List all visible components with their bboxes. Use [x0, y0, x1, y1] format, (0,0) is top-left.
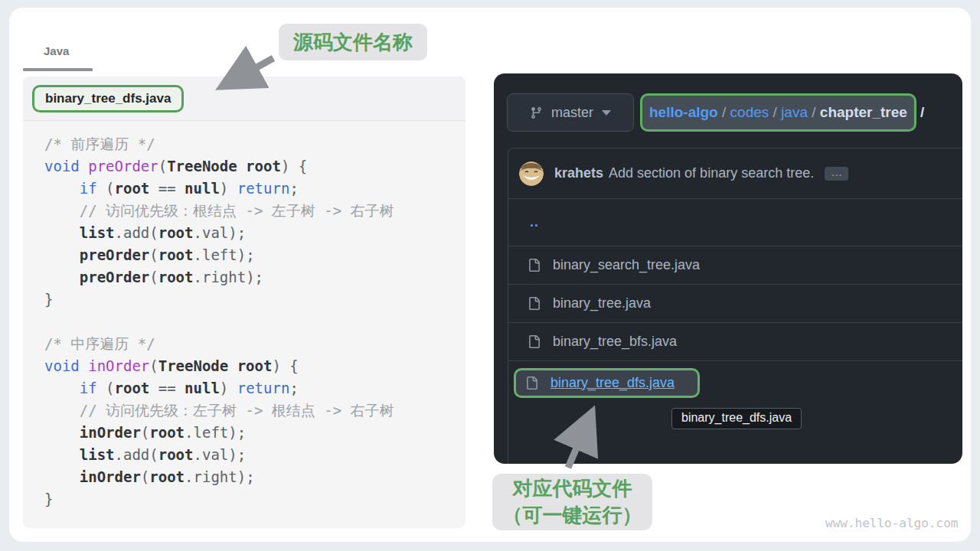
breadcrumb-link[interactable]: codes — [730, 104, 769, 120]
code-token: .left); — [185, 424, 246, 441]
breadcrumb-segment: / — [718, 104, 730, 120]
code-token: return — [237, 180, 290, 197]
code-line: list.add(root.val); — [44, 444, 466, 466]
annotation-line1: 对应代码文件 — [513, 475, 632, 502]
code-line: if (root == null) return; — [44, 178, 466, 200]
file-row[interactable]: binary_tree_dfs.java — [508, 361, 962, 404]
code-token: ) { — [272, 357, 298, 374]
file-icon — [528, 297, 541, 310]
code-token: root — [158, 269, 194, 285]
watermark: www.hello-algo.com — [825, 516, 958, 530]
code-token: /* 中序遍历 */ — [44, 335, 155, 352]
branch-name: master — [551, 105, 593, 121]
commit-message: Add section of binary search tree. — [609, 165, 814, 181]
code-token — [44, 380, 80, 396]
code-token: ) — [220, 380, 237, 396]
file-name[interactable]: binary_tree.java — [553, 295, 651, 311]
highlighted-file-pill[interactable]: binary_tree_dfs.java — [514, 368, 700, 398]
breadcrumb: hello-algo / codes / java / chapter_tree — [649, 104, 907, 121]
tab-underline — [23, 68, 93, 71]
code-line: if (root == null) return; — [44, 377, 466, 399]
file-list: ..binary_search_tree.javabinary_tree.jav… — [508, 199, 962, 404]
code-token: void — [44, 158, 88, 174]
code-token: root — [115, 380, 150, 396]
code-token: preOrder — [88, 158, 158, 174]
code-token: list — [80, 446, 115, 463]
code-token — [44, 424, 80, 441]
git-branch-icon — [530, 106, 543, 119]
code-token: root — [158, 246, 194, 263]
breadcrumb-link[interactable]: hello-algo — [649, 104, 718, 120]
code-token: inOrder — [80, 468, 141, 485]
file-row[interactable]: binary_tree.java — [508, 285, 962, 323]
annotation-line2: （可一键运行） — [503, 502, 642, 529]
code-token: .right); — [194, 269, 264, 285]
code-token: == — [149, 180, 185, 197]
code-line: preOrder(root.right); — [44, 266, 466, 289]
breadcrumb-highlight: hello-algo / codes / java / chapter_tree — [640, 93, 916, 132]
code-token: if — [80, 380, 106, 396]
code-token: preOrder — [80, 269, 150, 285]
file-name[interactable]: binary_tree_bfs.java — [553, 334, 677, 350]
code-token: root — [158, 446, 194, 463]
code-token: TreeNode root — [167, 158, 281, 174]
code-line: } — [44, 289, 466, 311]
code-token: TreeNode root — [158, 357, 273, 374]
breadcrumb-segment: / — [808, 104, 820, 120]
file-icon — [525, 377, 538, 390]
code-token: ; — [289, 180, 298, 197]
code-token: == — [149, 380, 185, 396]
code-token: return — [237, 380, 290, 396]
branch-selector[interactable]: master — [507, 93, 634, 132]
code-token: root — [115, 180, 150, 197]
code-token: ( — [106, 380, 114, 396]
code-token: .val); — [194, 224, 247, 241]
code-line: void preOrder(TreeNode root) { — [44, 155, 466, 178]
file-icon — [528, 259, 541, 272]
code-token — [44, 446, 80, 463]
code-token: } — [44, 291, 53, 308]
code-token: ( — [149, 246, 158, 263]
code-token: } — [44, 491, 53, 507]
code-token — [44, 246, 80, 263]
file-name[interactable]: binary_search_tree.java — [553, 257, 700, 273]
chevron-down-icon — [602, 110, 611, 116]
breadcrumb-trailing-slash: / — [920, 104, 924, 121]
source-filename-highlight: binary_tree_dfs.java — [32, 85, 184, 112]
file-row[interactable]: binary_tree_bfs.java — [508, 323, 962, 361]
code-token — [44, 269, 80, 285]
code-token: root — [158, 224, 194, 241]
tab-java[interactable]: Java — [44, 44, 69, 57]
breadcrumb-link[interactable]: java — [781, 104, 808, 120]
file-row[interactable]: binary_search_tree.java — [508, 246, 962, 285]
code-token: ( — [149, 269, 158, 285]
code-token — [44, 224, 80, 241]
breadcrumb-segment: chapter_tree — [820, 104, 907, 120]
repo-header: master hello-algo / codes / java / chapt… — [507, 93, 924, 132]
code-token — [44, 180, 80, 197]
code-line: // 访问优先级：左子树 -> 根结点 -> 右子树 — [44, 399, 466, 422]
code-token: .add( — [115, 446, 158, 463]
annotation-code-file: 对应代码文件 （可一键运行） — [492, 474, 652, 530]
code-token: preOrder — [80, 246, 150, 263]
breadcrumb-segment: / — [769, 104, 781, 120]
file-name[interactable]: binary_tree_dfs.java — [550, 375, 675, 391]
latest-commit-row: krahets Add section of binary search tre… — [508, 148, 962, 199]
parent-dir-link[interactable]: .. — [530, 214, 539, 230]
code-token: root — [149, 468, 185, 485]
code-token: list — [80, 224, 115, 241]
code-token: ( — [106, 180, 114, 197]
code-token: /* 前序遍历 */ — [44, 135, 155, 152]
code-token: null — [185, 380, 220, 396]
code-token: .left); — [194, 246, 255, 263]
commit-author[interactable]: krahets — [554, 165, 603, 181]
avatar[interactable] — [519, 161, 544, 186]
code-line: preOrder(root.left); — [44, 244, 466, 266]
code-line: void inOrder(TreeNode root) { — [44, 355, 466, 377]
code-lines: /* 前序遍历 */void preOrder(TreeNode root) {… — [23, 121, 466, 510]
commit-more-button[interactable]: … — [825, 167, 848, 181]
code-line: inOrder(root.right); — [44, 466, 466, 488]
code-token: ) { — [281, 158, 307, 174]
code-token: .add( — [115, 224, 158, 241]
file-row[interactable]: .. — [508, 199, 962, 246]
